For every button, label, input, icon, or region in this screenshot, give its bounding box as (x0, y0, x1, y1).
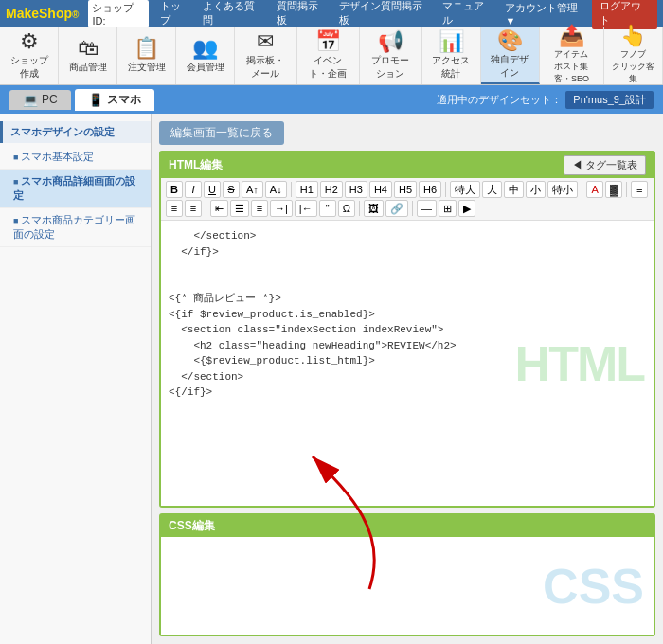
toolbar-table[interactable]: ⊞ (439, 200, 457, 217)
toolbar-h4[interactable]: H4 (369, 181, 392, 198)
toolbar-underline[interactable]: U (204, 181, 221, 198)
html-toolbar: B I U S A↑ A↓ H1 H2 H3 H4 H5 H6 特大 大 中 小… (161, 178, 654, 221)
html-editor-title: HTML編集 (169, 157, 223, 173)
sidebar-item-category[interactable]: スマホ商品カテゴリー画面の設定 (0, 208, 151, 247)
nav-item-post-label: アイテムポスト集客・SEO (547, 48, 596, 85)
toolbar-insert-img[interactable]: 🖼 (364, 200, 384, 217)
toolbar-outdent[interactable]: |← (295, 200, 317, 217)
back-button[interactable]: 編集画面一覧に戻る (159, 121, 284, 145)
toolbar-list-ol[interactable]: ≡ (251, 200, 268, 217)
item-post-icon: 📤 (559, 26, 584, 46)
product-icon: 🛍 (78, 38, 99, 59)
nav-order-label: 注文管理 (128, 61, 166, 74)
tab-smartphone[interactable]: 📱 スマホ (75, 89, 154, 111)
nav-top[interactable]: トップ (154, 0, 196, 29)
pc-icon: 💻 (23, 93, 38, 107)
logo: MakeShop® (6, 6, 79, 21)
toolbar-sep-1 (291, 182, 292, 197)
html-textarea[interactable]: </section> </if}> <{* 商品レビュー *}> <{if $r… (161, 221, 654, 506)
nav-order-mgmt[interactable]: 📋 注文管理 (117, 27, 176, 84)
nav-bulletin-label: 掲示板・メール (242, 54, 289, 80)
design-set-label: 適用中のデザインセット： (437, 93, 562, 107)
toolbar-sep-3 (582, 182, 582, 197)
sidebar-item-basic[interactable]: スマホ基本設定 (0, 145, 151, 170)
toolbar-size-big[interactable]: 大 (482, 181, 502, 198)
design-icon: 🎨 (497, 30, 523, 51)
toolbar-sep-7 (412, 201, 413, 216)
nav-promotion-label: プロモーション (367, 54, 414, 80)
order-icon: 📋 (134, 38, 159, 59)
css-editor-header: CSS編集 (161, 515, 654, 537)
toolbar-align-right[interactable]: ≡ (631, 181, 648, 198)
nav-design-qa[interactable]: デザイン質問掲示板 (333, 0, 435, 29)
nav-event-label: イベント・企画 (305, 54, 351, 80)
nav-promotion[interactable]: 📢 プロモーション (360, 27, 422, 84)
toolbar-size-medium[interactable]: 中 (504, 181, 524, 198)
css-editor-title: CSS編集 (169, 519, 215, 532)
smartphone-icon: 📱 (88, 93, 103, 107)
sub-nav: 💻 PC 📱 スマホ 適用中のデザインセット： Pn'mus_9_設計 (0, 85, 663, 114)
nav-item-post[interactable]: 📤 アイテムポスト集客・SEO (540, 27, 604, 84)
css-textarea[interactable] (161, 537, 654, 635)
bulletin-icon: ✉ (257, 31, 274, 52)
access-icon: 📊 (439, 31, 464, 52)
nav-product-label: 商品管理 (69, 61, 107, 74)
toolbar-size-small[interactable]: 小 (526, 181, 546, 198)
html-editor-header: HTML編集 ◀ タグ一覧表 (161, 152, 654, 178)
nav-design-label: 独自デザイン (489, 53, 531, 80)
nav-shop-create-label: ショップ作成 (8, 54, 50, 80)
tab-pc[interactable]: 💻 PC (9, 90, 71, 110)
promotion-icon: 📢 (378, 31, 403, 52)
nav-click-customer[interactable]: 👆 フノブクリック客集 (604, 27, 663, 84)
nav-click-label: フノブクリック客集 (612, 48, 654, 85)
nav-event[interactable]: 📅 イベント・企画 (297, 27, 360, 84)
nav-member-mgmt[interactable]: 👥 会員管理 (176, 27, 235, 84)
shop-id-label: ショップID: (88, 0, 149, 27)
css-editor-content: CSS (161, 537, 654, 635)
toolbar-bold[interactable]: B (166, 181, 183, 198)
nav-qa-board[interactable]: 質問掲示板 (271, 0, 332, 29)
toolbar-h6[interactable]: H6 (419, 181, 441, 198)
design-set-name: Pn'mus_9_設計 (565, 91, 654, 109)
toolbar-h3[interactable]: H3 (345, 181, 367, 198)
toolbar-strikethrough[interactable]: S (223, 181, 240, 198)
nav-shop-create[interactable]: ⚙ ショップ作成 (0, 27, 59, 84)
top-nav: MakeShop® ショップID: トップ よくある質問 質問掲示板 デザイン質… (0, 0, 663, 27)
sidebar: スマホデザインの設定 スマホ基本設定 スマホ商品詳細画面の設定 スマホ商品カテゴ… (0, 114, 152, 644)
toolbar-font-color[interactable]: A (586, 181, 603, 198)
css-editor-panel: CSS編集 CSS (159, 513, 655, 636)
toolbar-blockquote[interactable]: " (319, 200, 336, 217)
toolbar-align-left[interactable]: ⇤ (210, 200, 228, 217)
tab-smartphone-label: スマホ (107, 92, 141, 108)
toolbar-special-char[interactable]: Ω (338, 200, 355, 217)
nav-access-label: アクセス統計 (430, 54, 473, 80)
toolbar-font-size-down[interactable]: A↓ (265, 181, 287, 198)
toolbar-sep-5 (206, 201, 206, 216)
toolbar-h1[interactable]: H1 (296, 181, 318, 198)
toolbar-align-center[interactable]: ≡ (166, 200, 183, 217)
nav-custom-design[interactable]: 🎨 独自デザイン (481, 27, 540, 84)
toolbar-size-xsmall[interactable]: 特小 (547, 181, 578, 198)
sidebar-item-product-detail[interactable]: スマホ商品詳細画面の設定 (0, 170, 151, 208)
tag-list-button[interactable]: ◀ タグ一覧表 (564, 155, 646, 175)
content-area: 編集画面一覧に戻る HTML編集 ◀ タグ一覧表 B I U S A↑ A↓ H… (152, 114, 663, 644)
toolbar-size-large[interactable]: 特大 (450, 181, 480, 198)
toolbar-bg-color[interactable]: ▓ (605, 181, 622, 198)
toolbar-indent[interactable]: →| (270, 200, 293, 217)
toolbar-insert-link[interactable]: 🔗 (385, 200, 408, 217)
nav-faq[interactable]: よくある質問 (197, 0, 268, 29)
click-icon: 👆 (620, 26, 646, 46)
member-icon: 👥 (192, 38, 218, 59)
toolbar-list-ul[interactable]: ☰ (230, 200, 249, 217)
toolbar-h5[interactable]: H5 (394, 181, 417, 198)
nav-bulletin[interactable]: ✉ 掲示板・メール (235, 27, 297, 84)
toolbar-media[interactable]: ▶ (458, 200, 475, 217)
toolbar-font-size-up[interactable]: A↑ (242, 181, 263, 198)
toolbar-hr[interactable]: — (417, 200, 437, 217)
nav-product-mgmt[interactable]: 🛍 商品管理 (59, 27, 117, 84)
nav-access[interactable]: 📊 アクセス統計 (422, 27, 481, 84)
toolbar-align-justify[interactable]: ≡ (185, 200, 202, 217)
nav-manual[interactable]: マニュアル (437, 0, 498, 29)
toolbar-italic[interactable]: I (185, 181, 202, 198)
toolbar-h2[interactable]: H2 (320, 181, 343, 198)
